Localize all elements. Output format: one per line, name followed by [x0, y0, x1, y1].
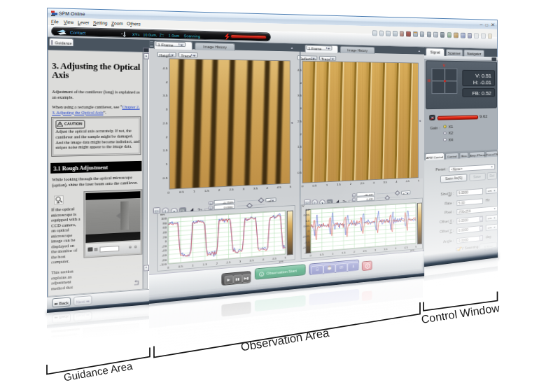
svg-text:Observation Area: Observation Area	[240, 326, 331, 354]
svg-text:Guidance Area: Guidance Area	[63, 360, 134, 384]
